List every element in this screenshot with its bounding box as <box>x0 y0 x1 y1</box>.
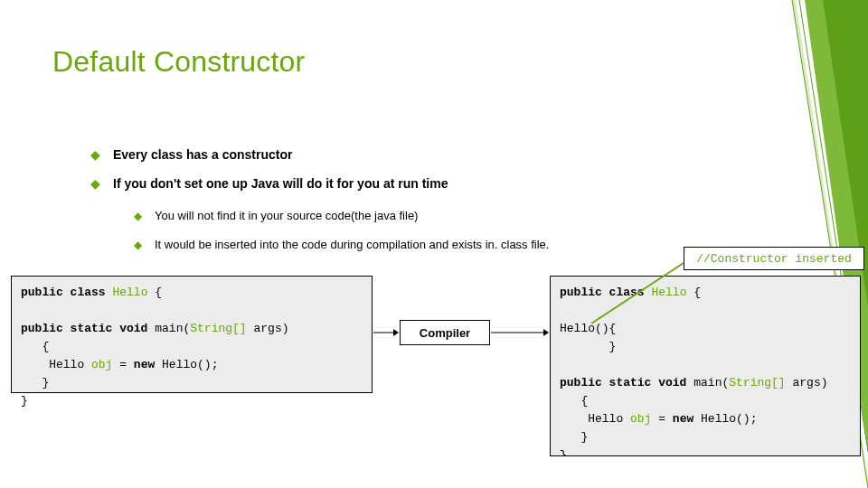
code-box-before: public class Hello { public static void … <box>11 276 373 393</box>
slide-title: Default Constructor <box>52 45 305 79</box>
bullet-text: Every class has a constructor <box>113 145 292 164</box>
bullet-icon: ◆ <box>134 206 142 226</box>
arrow-icon <box>491 326 549 339</box>
bullet-list: ◆ Every class has a constructor ◆ If you… <box>90 145 760 264</box>
svg-marker-9 <box>543 329 549 336</box>
annotation-connector <box>588 258 687 334</box>
bullet-icon: ◆ <box>134 235 142 255</box>
svg-marker-7 <box>393 329 399 336</box>
annotation-constructor-inserted: //Constructor inserted <box>684 247 864 270</box>
bullet-text: If you don't set one up Java will do it … <box>113 174 448 193</box>
svg-line-10 <box>591 263 684 324</box>
bullet-text: You will not find it in your source code… <box>155 206 418 226</box>
bullet-icon: ◆ <box>90 174 100 193</box>
arrow-icon <box>373 326 399 339</box>
compiler-label: Compiler <box>400 320 490 345</box>
bullet-text: It would be inserted into the code durin… <box>155 235 549 255</box>
bullet-icon: ◆ <box>90 145 100 164</box>
